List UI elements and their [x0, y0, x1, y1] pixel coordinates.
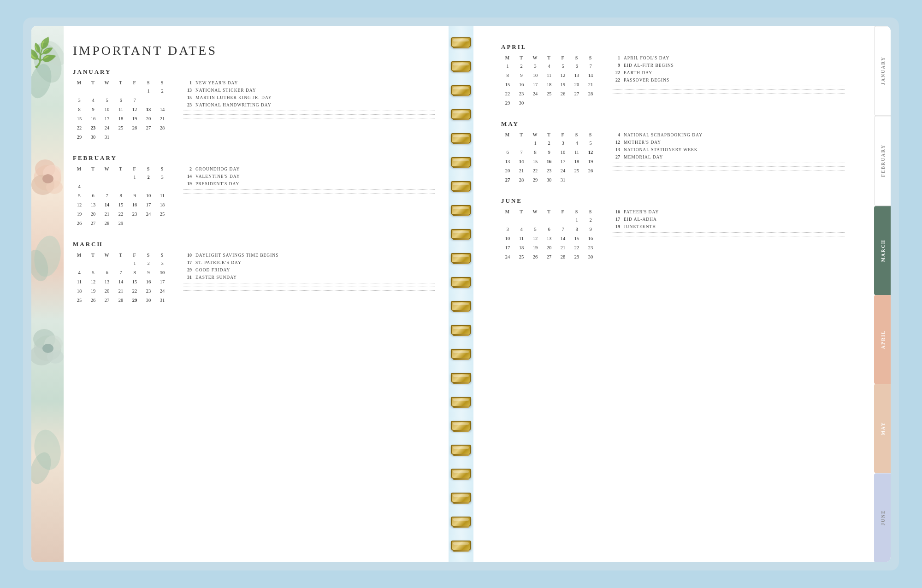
march-calendar: MTWTFSS 123 45678910 11121314151617 1819…: [73, 253, 174, 306]
june-events: 16FATHER'S DAY 17EID AL-ADHA 19JUNETEENT…: [612, 209, 845, 240]
february-calendar: MTWTFSS 123 4 567891011 12131415161718 1…: [73, 166, 174, 229]
march-section: MARCH MTWTFSS 123 45678910 1112131415161…: [73, 241, 435, 306]
left-page: IMPORTANT DATES JANUARY M T W T F S S: [31, 26, 449, 562]
may-section: MAY MTWTFSS 12345 6789101112 13141516171…: [501, 120, 845, 185]
svg-point-8: [42, 174, 53, 183]
may-calendar: MTWTFSS 12345 6789101112 13141516171819 …: [501, 132, 603, 185]
spiral-binding: [449, 26, 473, 562]
march-title: MARCH: [73, 241, 435, 248]
floral-decoration-left: [31, 26, 64, 562]
march-events: 10DAYLIGHT SAVINGS TIME BEGINS 17ST. PAT…: [183, 253, 435, 294]
april-events: 1APRIL FOOL'S DAY 9EID AL-FITR BEGINS 22…: [612, 55, 845, 97]
april-calendar: MTWTFSS 1234567 891011121314 15161718192…: [501, 55, 603, 108]
june-section: JUNE MTWTFSS 12 3456789 10111213141516 1…: [501, 197, 845, 262]
tab-february[interactable]: FEBRUARY: [874, 116, 891, 206]
page-title: IMPORTANT DATES: [73, 43, 435, 58]
tab-march[interactable]: MARCH: [874, 206, 891, 295]
may-events: 4NATIONAL SCRAPBOOKING DAY 12MOTHER'S DA…: [612, 132, 845, 174]
january-title: JANUARY: [73, 68, 435, 76]
january-events: 1NEW YEAR'S DAY 13NATIONAL STICKER DAY 1…: [183, 80, 435, 122]
june-title: JUNE: [501, 197, 845, 205]
february-section: FEBRUARY MTWTFSS 123 4 567891011 1213141…: [73, 154, 435, 229]
tab-june[interactable]: JUNE: [874, 473, 891, 562]
right-page: APRIL MTWTFSS 1234567 891011121314 15161…: [473, 26, 891, 562]
january-section: JANUARY M T W T F S S 12 34567: [73, 68, 435, 142]
month-tabs[interactable]: JANUARY FEBRUARY MARCH APRIL MAY JUNE: [874, 26, 891, 562]
tab-may[interactable]: MAY: [874, 384, 891, 473]
june-calendar: MTWTFSS 12 3456789 10111213141516 171819…: [501, 209, 603, 262]
april-section: APRIL MTWTFSS 1234567 891011121314 15161…: [501, 43, 845, 108]
february-title: FEBRUARY: [73, 154, 435, 162]
may-title: MAY: [501, 120, 845, 128]
tab-april[interactable]: APRIL: [874, 295, 891, 384]
february-events: 2GROUNDHOG DAY 14VALENTINE'S DAY 19PRESI…: [183, 166, 435, 200]
tab-january[interactable]: JANUARY: [874, 26, 891, 116]
planner-spread: IMPORTANT DATES JANUARY M T W T F S S: [23, 18, 899, 570]
january-calendar: M T W T F S S 12 34567 891011121314 1516…: [73, 80, 174, 142]
april-title: APRIL: [501, 43, 845, 51]
svg-point-16: [42, 344, 53, 353]
